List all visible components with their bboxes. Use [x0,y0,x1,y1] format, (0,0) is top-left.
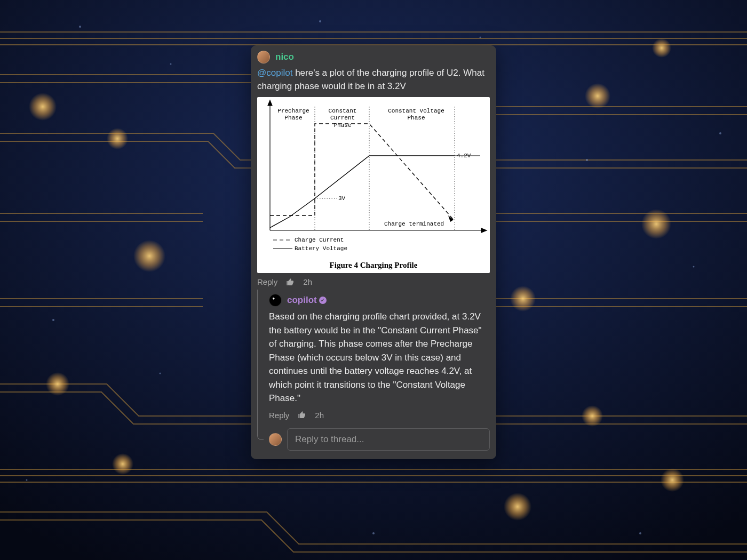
svg-point-14 [170,63,172,65]
legend-solid: Battery Voltage [295,245,347,252]
svg-point-6 [585,83,610,109]
svg-point-24 [719,132,721,134]
svg-marker-28 [481,228,487,233]
phase2-label: Constant CurrentPhase [316,108,369,129]
svg-point-20 [160,373,161,374]
svg-point-19 [52,319,54,321]
reply-input-row [269,428,490,451]
v-low-label: 3V [338,195,345,202]
v-high-label: 4.2V [457,153,471,159]
terminated-label: Charge terminated [384,221,444,228]
thread-line [257,290,264,440]
username-copilot-text: copilot [287,295,317,306]
post-time: 2h [303,277,312,286]
reply-button[interactable]: Reply [257,277,277,286]
post-actions: Reply 2h [257,277,490,286]
svg-point-18 [693,266,695,268]
reply-actions: Reply 2h [269,411,490,420]
verified-badge-icon [319,297,327,304]
reply-input[interactable] [287,428,490,451]
svg-point-10 [582,405,603,427]
post-header: nico [257,51,490,63]
svg-point-16 [480,37,481,38]
username-copilot[interactable]: copilot [287,295,327,306]
attached-chart[interactable]: PrechargePhase Constant CurrentPhase Con… [257,97,490,273]
svg-point-11 [504,493,531,521]
thumbs-up-icon[interactable] [286,278,295,286]
svg-point-21 [372,532,375,534]
reply-header: copilot [269,294,490,307]
svg-point-8 [641,209,671,239]
svg-point-4 [46,372,69,396]
username-nico[interactable]: nico [275,52,294,62]
svg-point-23 [26,479,28,481]
thumbs-up-icon[interactable] [298,411,306,419]
reply-body: Based on the charging profile chart prov… [269,310,490,405]
svg-point-7 [652,38,671,58]
phase3-label: Constant VoltagePhase [379,108,454,122]
avatar-current-user[interactable] [269,433,282,446]
chart-caption: Figure 4 Charging Profile [257,261,490,270]
avatar-copilot[interactable] [269,294,282,307]
reply-block: copilot Based on the charging profile ch… [257,294,490,451]
svg-point-13 [79,26,81,28]
svg-point-2 [107,128,128,149]
svg-point-15 [319,20,321,22]
reply-reply-button[interactable]: Reply [269,411,289,420]
reply-time: 2h [315,411,324,420]
svg-marker-26 [268,100,272,106]
svg-point-1 [29,93,57,121]
svg-point-9 [510,286,536,311]
post-body: @copilot here's a plot of the charging p… [257,67,490,93]
phase1-label: PrechargePhase [274,108,313,122]
svg-point-3 [133,240,165,272]
legend-dashed: Charge Current [295,237,344,244]
mention-copilot[interactable]: @copilot [257,68,292,78]
svg-point-17 [586,159,588,161]
svg-point-5 [112,453,133,475]
svg-point-12 [661,468,684,492]
thread-card: nico @copilot here's a plot of the charg… [251,45,496,459]
avatar-nico[interactable] [257,51,270,63]
svg-point-22 [639,532,641,534]
